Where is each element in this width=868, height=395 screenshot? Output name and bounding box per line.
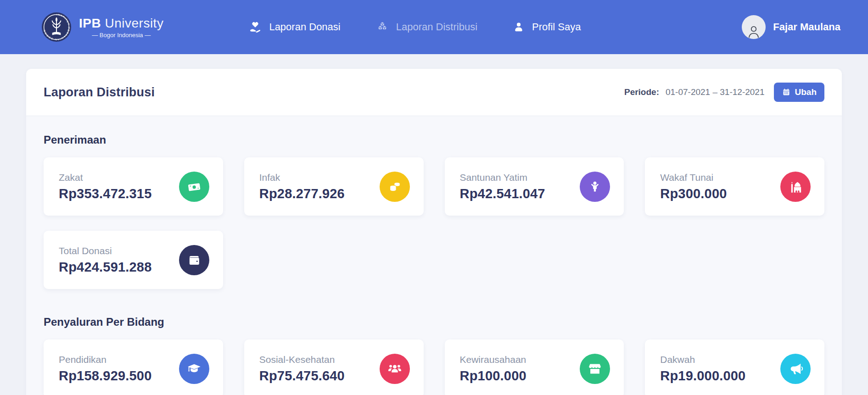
metric-card-santunan-yatim: Santunan YatimRp42.541.047 bbox=[445, 157, 624, 216]
metric-card-sosial-kesehatan: Sosial-KesehatanRp75.475.640 bbox=[244, 339, 424, 395]
card-value: Rp19.000.000 bbox=[660, 368, 745, 384]
metric-card-total-donasi: Total DonasiRp424.591.288 bbox=[44, 231, 223, 289]
section-penyaluran-per-bidang: Penyaluran Per BidangPendidikanRp158.929… bbox=[44, 316, 824, 395]
cards-grid: PendidikanRp158.929.500Sosial-KesehatanR… bbox=[44, 339, 824, 395]
nav-item-laporan-donasi[interactable]: Laporan Donasi bbox=[248, 20, 340, 34]
card-text: Wakaf TunaiRp300.000 bbox=[660, 172, 727, 201]
card-text: DakwahRp19.000.000 bbox=[660, 354, 745, 384]
card-text: Total DonasiRp424.591.288 bbox=[59, 245, 152, 275]
wallet-icon bbox=[179, 245, 209, 275]
card-value: Rp75.475.640 bbox=[259, 368, 345, 384]
card-label: Total Donasi bbox=[59, 245, 152, 256]
card-text: Santunan YatimRp42.541.047 bbox=[460, 172, 545, 201]
report-panel: Laporan Distribusi Periode: 01-07-2021 –… bbox=[26, 69, 842, 395]
card-label: Wakaf Tunai bbox=[660, 172, 727, 183]
coins-icon bbox=[380, 172, 410, 202]
metric-card-infak: InfakRp28.277.926 bbox=[244, 157, 424, 216]
user-menu[interactable]: Fajar Maulana bbox=[742, 15, 840, 39]
card-value: Rp424.591.288 bbox=[59, 260, 152, 275]
card-text: ZakatRp353.472.315 bbox=[59, 172, 152, 201]
card-label: Dakwah bbox=[660, 354, 745, 365]
calendar-icon bbox=[782, 88, 791, 97]
brand[interactable]: INSTITUT PERTANIAN BOGOR IPB University … bbox=[41, 12, 163, 42]
card-label: Pendidikan bbox=[59, 354, 152, 365]
period-value: 01-07-2021 – 31-12-2021 bbox=[666, 87, 765, 97]
card-text: PendidikanRp158.929.500 bbox=[59, 354, 152, 384]
section-title: Penerimaan bbox=[44, 134, 824, 146]
card-text: InfakRp28.277.926 bbox=[259, 172, 345, 201]
panel-header: Laporan Distribusi Periode: 01-07-2021 –… bbox=[26, 69, 842, 116]
card-value: Rp300.000 bbox=[660, 186, 727, 201]
brand-title-rest: University bbox=[105, 16, 163, 30]
card-text: Sosial-KesehatanRp75.475.640 bbox=[259, 354, 345, 384]
change-period-button[interactable]: Ubah bbox=[774, 83, 825, 102]
top-navbar: INSTITUT PERTANIAN BOGOR IPB University … bbox=[0, 0, 868, 54]
nav-item-label: Laporan Donasi bbox=[269, 21, 340, 33]
brand-title-bold: IPB bbox=[79, 16, 101, 30]
metric-card-zakat: ZakatRp353.472.315 bbox=[44, 157, 223, 216]
nav-item-label: Profil Saya bbox=[532, 21, 581, 33]
child-icon bbox=[580, 172, 610, 202]
card-value: Rp158.929.500 bbox=[59, 368, 152, 384]
cards-grid: ZakatRp353.472.315InfakRp28.277.926Santu… bbox=[44, 157, 824, 289]
metric-card-pendidikan: PendidikanRp158.929.500 bbox=[44, 339, 223, 395]
nav-item-laporan-distribusi[interactable]: Laporan Distribusi bbox=[375, 20, 477, 34]
bullhorn-icon bbox=[780, 354, 811, 384]
panel-body: PenerimaanZakatRp353.472.315InfakRp28.27… bbox=[26, 116, 842, 395]
money-bill-icon bbox=[179, 172, 209, 202]
card-value: Rp28.277.926 bbox=[259, 186, 345, 201]
period-label: Periode: bbox=[624, 87, 659, 97]
metric-card-dakwah: DakwahRp19.000.000 bbox=[645, 339, 824, 395]
card-label: Sosial-Kesehatan bbox=[259, 354, 345, 365]
cubes-icon bbox=[375, 20, 389, 34]
section-penerimaan: PenerimaanZakatRp353.472.315InfakRp28.27… bbox=[44, 134, 824, 289]
nav-menu: Laporan DonasiLaporan DistribusiProfil S… bbox=[248, 20, 581, 34]
card-value: Rp353.472.315 bbox=[59, 186, 152, 201]
change-period-label: Ubah bbox=[795, 87, 817, 97]
avatar-icon bbox=[742, 15, 766, 39]
section-title: Penyaluran Per Bidang bbox=[44, 316, 824, 328]
ipb-logo-icon: INSTITUT PERTANIAN BOGOR bbox=[41, 12, 72, 42]
users-icon bbox=[380, 354, 410, 384]
page-title: Laporan Distribusi bbox=[44, 85, 155, 100]
metric-card-kewirausahaan: KewirausahaanRp100.000 bbox=[445, 339, 624, 395]
user-icon bbox=[512, 21, 525, 33]
hand-holding-heart-icon bbox=[248, 20, 262, 34]
card-value: Rp42.541.047 bbox=[460, 186, 545, 201]
nav-item-label: Laporan Distribusi bbox=[396, 21, 477, 33]
period-control: Periode: 01-07-2021 – 31-12-2021 Ubah bbox=[624, 83, 824, 102]
nav-item-profil-saya[interactable]: Profil Saya bbox=[512, 21, 581, 33]
card-label: Santunan Yatim bbox=[460, 172, 545, 183]
card-label: Infak bbox=[259, 172, 345, 183]
user-name: Fajar Maulana bbox=[773, 21, 840, 33]
mosque-icon bbox=[780, 172, 811, 202]
store-icon bbox=[580, 354, 610, 384]
brand-subtitle: — Bogor Indonesia — bbox=[79, 32, 163, 39]
card-value: Rp100.000 bbox=[460, 368, 526, 384]
brand-text: IPB University — Bogor Indonesia — bbox=[79, 16, 163, 39]
graduation-cap-icon bbox=[179, 354, 209, 384]
card-label: Kewirausahaan bbox=[460, 354, 526, 365]
brand-title: IPB University bbox=[79, 16, 163, 31]
card-text: KewirausahaanRp100.000 bbox=[460, 354, 526, 384]
card-label: Zakat bbox=[59, 172, 152, 183]
metric-card-wakaf-tunai: Wakaf TunaiRp300.000 bbox=[645, 157, 824, 216]
